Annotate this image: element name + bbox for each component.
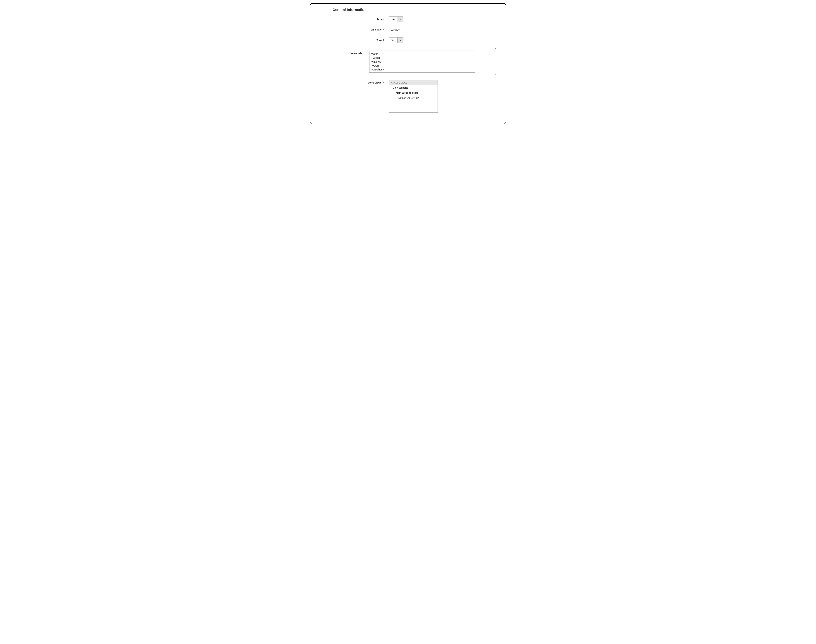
resize-handle-icon — [435, 110, 438, 112]
keywords-textarea-wrapper: watch+ +watch watches Watch +watches+ — [369, 51, 475, 73]
dropdown-arrow-icon — [397, 38, 403, 43]
active-row: Active Yes — [320, 17, 496, 22]
svg-marker-0 — [400, 19, 401, 20]
target-select-value: Self — [389, 38, 397, 43]
active-select[interactable]: Yes — [389, 17, 403, 22]
active-label: Active — [320, 17, 389, 21]
required-asterisk-icon: * — [363, 52, 364, 55]
store-views-option-all[interactable]: All Store Views — [389, 80, 438, 85]
store-views-option-website[interactable]: Main Website — [389, 85, 438, 90]
keywords-label-text: Keywords — [350, 52, 362, 55]
active-label-text: Active — [376, 18, 384, 21]
required-asterisk-icon: * — [383, 81, 384, 84]
link-title-label-text: Link Title — [371, 28, 381, 31]
section-title: General Information — [320, 8, 496, 12]
link-title-row: Link Title * — [320, 27, 496, 33]
target-field: Self — [389, 37, 496, 43]
active-field: Yes — [389, 17, 496, 22]
general-information-panel: General Information Active Yes Link Titl… — [310, 3, 506, 124]
link-title-input[interactable] — [389, 27, 495, 33]
link-title-label: Link Title * — [320, 27, 389, 31]
store-views-option-view[interactable]: Default Store View — [389, 95, 438, 100]
target-label-text: Target — [376, 39, 384, 41]
svg-marker-1 — [400, 40, 401, 41]
keywords-row: Keywords * watch+ +watch watches Watch +… — [301, 51, 493, 73]
store-views-field: All Store Views Main Website Main Websit… — [389, 80, 496, 113]
store-views-option-store[interactable]: Main Website Store — [389, 90, 438, 95]
keywords-label: Keywords * — [301, 51, 369, 55]
required-asterisk-icon: * — [383, 28, 384, 31]
store-views-label: Store Views * — [320, 80, 389, 84]
keywords-textarea[interactable]: watch+ +watch watches Watch +watches+ — [369, 51, 475, 72]
dropdown-arrow-icon — [397, 17, 403, 22]
target-select[interactable]: Self — [389, 37, 403, 43]
active-select-value: Yes — [389, 17, 397, 22]
target-label: Target — [320, 37, 389, 41]
store-views-label-text: Store Views — [368, 81, 381, 84]
keywords-field: watch+ +watch watches Watch +watches+ — [369, 51, 493, 73]
target-row: Target Self — [320, 37, 496, 43]
link-title-field — [389, 27, 496, 33]
keywords-highlight: Keywords * watch+ +watch watches Watch +… — [301, 48, 496, 75]
store-views-row: Store Views * All Store Views Main Websi… — [320, 80, 496, 113]
store-views-multiselect[interactable]: All Store Views Main Website Main Websit… — [389, 80, 438, 113]
